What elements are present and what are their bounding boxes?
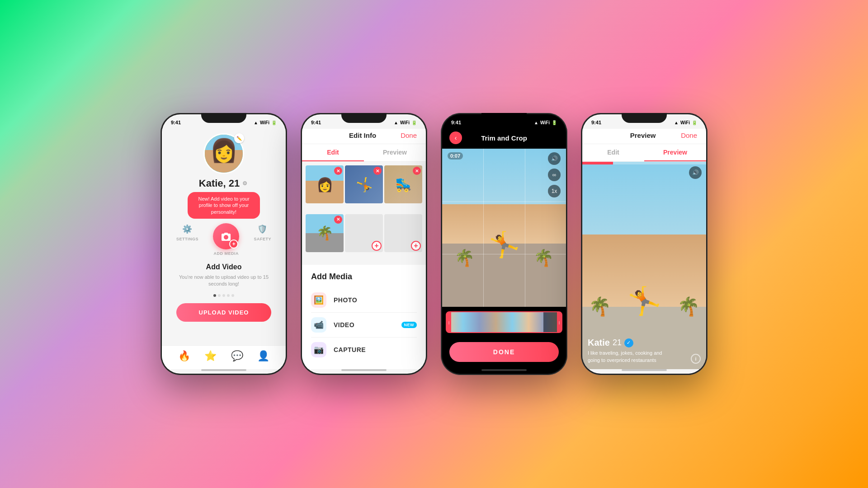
edit-info-title: Edit Info	[349, 131, 376, 139]
video-option-icon: 📹	[311, 317, 326, 333]
vp4-palm-right: 🌴	[677, 296, 700, 317]
camera-icon	[221, 232, 231, 241]
gear-icon: ⚙️	[182, 223, 193, 235]
preview-done-button[interactable]: Done	[681, 131, 697, 139]
phone2-notch	[341, 113, 387, 123]
video-option-label: VIDEO	[334, 321, 394, 328]
phone1: 9:41 ▲ WiFi 🔋 ✏️ Katie, 21 ⚙	[160, 113, 287, 375]
dot-3	[222, 294, 225, 297]
trim-handle-left[interactable]: |	[447, 312, 451, 332]
capture-option-label: CAPTURE	[334, 346, 417, 353]
trim-handle-right[interactable]: |	[557, 312, 561, 332]
palm-right: 🌴	[533, 249, 554, 267]
photo-cell-3[interactable]: 🛼 ✕	[384, 165, 422, 203]
phone4-header: Preview Done	[582, 129, 706, 144]
delete-photo-3[interactable]: ✕	[413, 167, 421, 175]
bottom-nav: 🔥 ⭐ 💬 👤	[162, 345, 286, 369]
avatar-container: ✏️	[203, 133, 244, 174]
battery-icon: 🔋	[552, 120, 557, 125]
video-preview-phone4: 🤸 🌴 🌴 🔊 Katie 21 ✓ I like traveling, jok…	[582, 162, 706, 369]
photo-cell-2[interactable]: 🤸 ✕	[345, 165, 383, 203]
photo-cell-1[interactable]: 👩 ✕	[306, 165, 344, 203]
photo-option-icon: 🖼️	[311, 292, 326, 308]
phone1-screen: 9:41 ▲ WiFi 🔋 ✏️ Katie, 21 ⚙	[162, 114, 286, 374]
phone3-screen: 9:41 ▲ WiFi 🔋 ‹ Trim and Crop	[442, 114, 566, 374]
add-photo-6[interactable]: +	[411, 241, 421, 251]
phone4-notch	[622, 113, 667, 123]
done-button[interactable]: DONE	[449, 342, 559, 362]
trim-strip: | |	[442, 307, 566, 338]
phone3-status-icons: ▲ WiFi 🔋	[534, 120, 557, 125]
battery-icon: 🔋	[692, 120, 697, 125]
filmstrip[interactable]: | |	[446, 311, 562, 333]
loop-button[interactable]: ∞	[548, 169, 561, 181]
page-dots	[213, 294, 234, 297]
phone4-tab-row: Edit Preview	[582, 144, 706, 162]
boost-icon[interactable]: ⭐	[204, 350, 217, 362]
phone3-notch	[481, 113, 527, 123]
delete-photo-4[interactable]: ✕	[334, 216, 342, 224]
tab-preview[interactable]: Preview	[364, 144, 426, 161]
photo-cell-4[interactable]: 🌴 ✕	[306, 214, 344, 252]
vp4-person: 🤸	[627, 285, 661, 317]
wifi-icon: WiFi	[260, 120, 269, 125]
phone1-time: 9:41	[171, 120, 181, 125]
vp4-user-age: 21	[613, 338, 622, 347]
verified-badge: ✓	[624, 338, 633, 347]
settings-cog-icon: ⚙	[242, 180, 249, 187]
add-photo-5[interactable]: +	[372, 241, 382, 251]
phone2-tab-row: Edit Preview	[302, 144, 426, 162]
tab-edit[interactable]: Edit	[302, 144, 364, 161]
add-media-title: Add Media	[311, 272, 417, 282]
vp4-sound-button[interactable]: 🔊	[689, 166, 702, 179]
photo-cell-5[interactable]: +	[345, 214, 383, 252]
person-icon: 🤸	[489, 230, 520, 259]
vp4-bio: I like traveling, jokes, cooking and goi…	[588, 350, 674, 364]
profile-icon[interactable]: 👤	[257, 350, 269, 362]
phone3: 9:41 ▲ WiFi 🔋 ‹ Trim and Crop	[441, 113, 567, 375]
tab-edit-p4[interactable]: Edit	[582, 144, 644, 161]
signal-icon: ▲	[534, 120, 538, 125]
tab-preview-p4[interactable]: Preview	[644, 144, 706, 161]
settings-item[interactable]: ⚙️ SETTINGS	[176, 223, 198, 260]
preview-title: Preview	[630, 131, 656, 139]
battery-icon: 🔋	[271, 120, 277, 125]
phone1-content: ✏️ Katie, 21 ⚙ New! Add video to your pr…	[162, 129, 286, 345]
phone2-header: Edit Info Done	[302, 129, 426, 144]
sound-button[interactable]: 🔊	[548, 152, 561, 165]
video-option[interactable]: 📹 VIDEO NEW	[311, 313, 417, 338]
speed-button[interactable]: 1x	[548, 185, 561, 197]
photo-cell-6[interactable]: +	[384, 214, 422, 252]
phone4-wrapper: 9:41 ▲ WiFi 🔋 Preview Done Edit Preview	[581, 113, 708, 375]
back-button[interactable]: ‹	[449, 131, 462, 144]
done-button[interactable]: Done	[401, 131, 417, 139]
capture-option[interactable]: 📷 CAPTURE	[311, 338, 417, 362]
trim-crop-title: Trim and Crop	[481, 134, 527, 142]
photo-option[interactable]: 🖼️ PHOTO	[311, 288, 417, 313]
user-name: Katie, 21 ⚙	[199, 178, 249, 189]
dot-2	[218, 294, 221, 297]
edit-avatar-icon[interactable]: ✏️	[234, 133, 244, 143]
upload-video-button[interactable]: UPLOAD VIDEO	[176, 303, 272, 322]
wifi-icon: WiFi	[680, 120, 690, 125]
home-indicator-2	[341, 369, 387, 371]
phone2-time: 9:41	[311, 120, 321, 125]
tooltip-bubble: New! Add video to your profile to show o…	[188, 192, 260, 219]
camera-button[interactable]	[213, 223, 239, 249]
vp4-user-name: Katie	[588, 338, 610, 348]
phone3-time: 9:41	[451, 120, 461, 125]
trim-inactive-area	[543, 312, 557, 332]
like-icon[interactable]: 🔥	[178, 350, 190, 362]
photo-grid: 👩 ✕ 🤸 ✕ 🛼 ✕ 🌴 ✕ +	[302, 162, 426, 265]
vp4-user-info: Katie 21 ✓ I like traveling, jokes, cook…	[588, 338, 701, 364]
vp4-palm-left: 🌴	[589, 296, 611, 317]
safety-item[interactable]: 🛡️ SAFETY	[254, 223, 271, 260]
phone4-status-icons: ▲ WiFi 🔋	[674, 120, 697, 125]
add-media-sheet: Add Media 🖼️ PHOTO 📹 VIDEO NEW 📷 CAPTURE	[302, 265, 426, 369]
phone1-status-icons: ▲ WiFi 🔋	[254, 120, 277, 125]
info-button[interactable]: i	[691, 354, 701, 364]
delete-photo-1[interactable]: ✕	[334, 167, 342, 175]
delete-photo-2[interactable]: ✕	[373, 167, 382, 175]
wifi-icon: WiFi	[540, 120, 550, 125]
messages-icon[interactable]: 💬	[231, 350, 243, 362]
